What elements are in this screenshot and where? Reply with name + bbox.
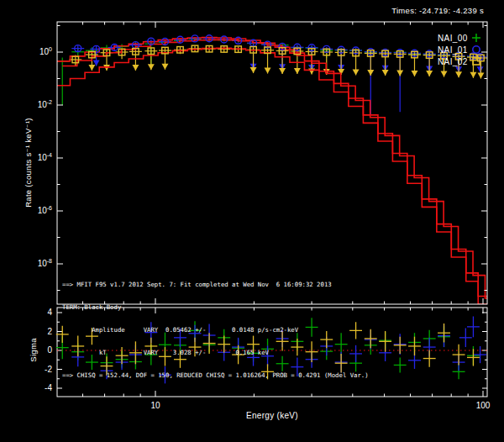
y-tick-label: 10-6 [38, 205, 52, 215]
upper-limit-arrow-icon [161, 64, 168, 70]
resid-tick-label: 0 [47, 345, 52, 355]
upper-limit-arrow-icon [477, 66, 484, 72]
plus-marker-icon [472, 34, 480, 42]
upper-limit-arrow-icon [265, 68, 271, 74]
markers-NAI_02 [72, 45, 484, 63]
model-NAI_00 [55, 38, 490, 297]
resid-y-axis-title: Sigma [29, 328, 39, 373]
resid-tick-label: 4 [47, 308, 52, 317]
fit-summary-line: ==> CHISQ = 152.44, DOF = 150, REDUCED C… [62, 371, 369, 379]
fit-summary: ==> MFIT F95 v1.7 2012 Sept. 7: Fit comp… [62, 266, 369, 394]
fit-summary-line: kT VARY 3.028 +/- 0.165 keV [62, 349, 369, 356]
upper-limit-arrow-icon [477, 73, 484, 79]
upper-limit-arrow-icon [294, 68, 301, 74]
circle-marker-icon [473, 46, 480, 53]
upper-limit-arrow-icon [382, 70, 389, 76]
upper-limit-arrow-icon [308, 68, 315, 74]
legend-item-nai01: NAI_01 [438, 45, 468, 55]
resid-tick-label: 2 [47, 327, 52, 336]
upper-limit-arrow-icon [455, 71, 462, 77]
upper-limit-arrow-icon [367, 70, 374, 76]
upper-limit-arrow-icon [396, 70, 403, 76]
resid-tick-label: -4 [45, 383, 52, 392]
spectral-fit-window: 10010-210-410-610-8420-2-410100 Times: -… [0, 0, 504, 442]
upper-limit-arrow-icon [148, 64, 155, 70]
fit-summary-line: TERM: Black Body [62, 303, 369, 311]
main-panel-plot-area [55, 35, 497, 304]
upper-limit-arrow-icon [411, 71, 417, 76]
upper-limit-arrow-icon [353, 69, 360, 75]
upper-limit-arrow-icon [279, 68, 286, 74]
y-tick-label: 10-8 [38, 258, 52, 268]
upper-limit-arrow-icon [470, 72, 476, 78]
x-tick-label: 10 [150, 401, 160, 410]
time-range-label: Times: -24.719: -4.239 s [391, 6, 484, 15]
legend-item-nai02: NAI_02 [438, 57, 468, 66]
x-tick-label: 100 [476, 401, 491, 410]
model-NAI_01 [62, 39, 496, 298]
upper-limit-arrow-icon [88, 65, 95, 71]
legend-item-nai00: NAI_00 [438, 34, 468, 43]
x-axis-title: Energy (keV) [205, 411, 339, 420]
panel-border [57, 22, 487, 304]
resid-tick-label: -2 [45, 365, 52, 374]
y-tick-label: 10-2 [38, 99, 52, 109]
upper-limit-arrow-icon [250, 67, 257, 73]
upper-limit-arrow-icon [426, 71, 433, 76]
y-tick-label: 10-4 [38, 152, 52, 162]
fit-summary-line: ==> MFIT F95 v1.7 2012 Sept. 7: Fit comp… [62, 281, 369, 288]
upper-limit-arrow-icon [132, 65, 139, 71]
fit-summary-line: Amplitude VARY 0.05462 +/- 0.0148 p/s-cm… [62, 326, 369, 334]
upper-limit-arrow-icon [441, 71, 448, 77]
y-tick-label: 100 [39, 46, 52, 56]
main-y-axis-title: Rate (counts s⁻¹ keV⁻¹) [24, 83, 34, 243]
